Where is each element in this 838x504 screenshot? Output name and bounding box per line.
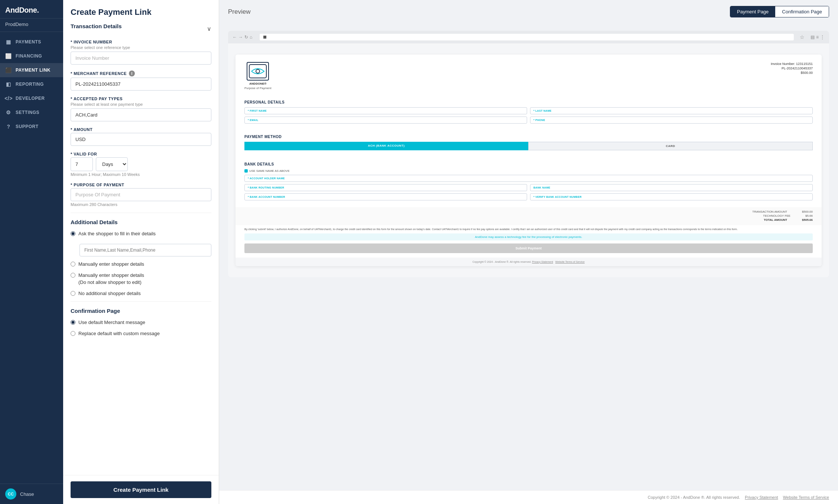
pf-phone-field: * PHONE bbox=[530, 117, 813, 124]
transaction-details-toggle[interactable]: Transaction Details ∨ bbox=[71, 23, 211, 35]
purpose-of-payment-input[interactable] bbox=[71, 188, 211, 201]
star-icon[interactable]: ☆ bbox=[800, 34, 805, 40]
sidebar-item-developer[interactable]: </> DEVELOPER bbox=[0, 91, 63, 105]
browser-forward-icon[interactable]: → bbox=[238, 35, 243, 40]
preview-tabs: Payment Page Confirmation Page bbox=[730, 6, 829, 17]
radio-custom-message-input[interactable] bbox=[71, 331, 75, 336]
radio-default-message[interactable]: Use default Merchant message bbox=[71, 319, 211, 326]
pf-verify-account-field: * VERIFY BANK ACCOUNT NUMBER bbox=[530, 193, 813, 200]
sidebar-user: ProdDemo bbox=[0, 19, 63, 32]
sidebar-item-payment-link[interactable]: ⬛ PAYMENT LINK bbox=[0, 63, 63, 77]
invoice-number-sublabel: Please select one reference type bbox=[71, 45, 211, 50]
pf-totals: TRANSACTION AMOUNT $500.00 TECHNOLOGY FE… bbox=[236, 207, 822, 225]
radio-ask-shopper-input[interactable] bbox=[71, 231, 75, 236]
radio-manually-enter[interactable]: Manually enter shopper details bbox=[71, 261, 211, 268]
tab-confirmation-page[interactable]: Confirmation Page bbox=[775, 6, 829, 17]
footer-terms-link[interactable]: Website Terms of Service bbox=[783, 495, 829, 500]
user-name: ProdDemo bbox=[5, 22, 28, 27]
radio-no-details-input[interactable] bbox=[71, 291, 75, 296]
sidebar-item-settings[interactable]: ⚙ SETTINGS bbox=[0, 105, 63, 120]
sidebar-item-financing[interactable]: ⬜ FINANCING bbox=[0, 49, 63, 63]
sidebar-item-label-payment-link: PAYMENT LINK bbox=[16, 68, 51, 73]
pf-transaction-amount-row: TRANSACTION AMOUNT $500.00 bbox=[244, 210, 813, 213]
pf-payment-method-section: Payment Method ACH (BANK ACCOUNT) CARD bbox=[236, 130, 822, 158]
merchant-reference-input[interactable] bbox=[71, 78, 211, 91]
radio-manually-enter-input[interactable] bbox=[71, 262, 75, 266]
amount-input[interactable] bbox=[71, 133, 211, 146]
support-icon: ? bbox=[5, 123, 12, 130]
confirmation-section-title: Confirmation Page bbox=[71, 308, 211, 314]
pf-routing-field: * BANK ROUTING NUMBER bbox=[244, 184, 527, 191]
payments-icon: ▦ bbox=[5, 39, 12, 45]
pf-routing-row: * BANK ROUTING NUMBER BANK NAME bbox=[244, 184, 813, 191]
sidebar-item-label-financing: FINANCING bbox=[16, 53, 42, 59]
bookmark-icon[interactable]: ▤ bbox=[811, 35, 815, 40]
purpose-of-payment-group: * PURPOSE OF PAYMENT Maximum 280 Charact… bbox=[71, 183, 211, 207]
valid-for-label: * VALID FOR bbox=[71, 152, 211, 156]
browser-icons: ▤ ≡ ⋮ bbox=[811, 35, 825, 40]
pf-invoice-info: Invoice Number: 123115151 PL-20242110045… bbox=[771, 62, 813, 75]
browser-home-icon[interactable]: ⌂ bbox=[250, 35, 252, 40]
valid-for-hint: Minimum 1 Hour; Maximum 10 Weeks bbox=[71, 172, 211, 177]
merchant-reference-label: * MERCHANT REFERENCE i bbox=[71, 71, 211, 76]
svg-point-1 bbox=[256, 69, 260, 73]
sidebar-item-reporting[interactable]: ◧ REPORTING bbox=[0, 77, 63, 91]
accepted-pay-types-sublabel: Please select at least one payment type bbox=[71, 102, 211, 107]
pf-tech-fee-notice: AndDone may assess a technology fee for … bbox=[244, 233, 813, 240]
accepted-pay-types-input[interactable] bbox=[71, 108, 211, 121]
developer-icon: </> bbox=[5, 95, 12, 102]
form-panel-header: Create Payment Link bbox=[63, 0, 219, 23]
sidebar-nav: ▦ PAYMENTS ⬜ FINANCING ⬛ PAYMENT LINK ◧ … bbox=[0, 32, 63, 484]
browser-chrome: ← → ↻ ⌂ ☆ ▤ ≡ ⋮ bbox=[228, 31, 829, 43]
menu-icon[interactable]: ≡ bbox=[816, 35, 819, 40]
preview-title: Preview bbox=[228, 8, 250, 16]
logo-text: AndDone. bbox=[5, 6, 58, 14]
radio-manually-no-edit-input[interactable] bbox=[71, 273, 75, 278]
footer-privacy-link[interactable]: Privacy Statement bbox=[745, 495, 778, 500]
pf-terms-link[interactable]: Website Terms of Service bbox=[555, 261, 585, 263]
browser-nav: ← → ↻ ⌂ bbox=[233, 35, 252, 40]
radio-manually-enter-label: Manually enter shopper details bbox=[78, 261, 144, 268]
pf-pay-method: ACH (BANK ACCOUNT) CARD bbox=[244, 142, 813, 150]
amount-group: * AMOUNT bbox=[71, 127, 211, 146]
radio-ask-shopper[interactable]: Ask the shopper to fill in their details bbox=[71, 230, 211, 237]
pf-pl-number: PL-20242110045337 bbox=[771, 66, 813, 70]
browser-reload-icon[interactable]: ↻ bbox=[244, 35, 248, 40]
tab-payment-page[interactable]: Payment Page bbox=[730, 6, 775, 17]
radio-no-details[interactable]: No additional shopper details bbox=[71, 290, 211, 297]
preview-content: ← → ↻ ⌂ ☆ ▤ ≡ ⋮ bbox=[219, 23, 838, 490]
radio-manually-no-edit-sublabel: (Do not allow shopper to edit) bbox=[78, 279, 144, 286]
shopper-fields-input[interactable] bbox=[79, 244, 211, 256]
pf-account-holder-row: * ACCOUNT HOLDER NAME bbox=[244, 175, 813, 182]
preview-form-inner: ANDDONE® Purpose of Payment Invoice Numb… bbox=[236, 55, 822, 266]
valid-for-input[interactable] bbox=[71, 157, 93, 171]
invoice-number-input[interactable] bbox=[71, 52, 211, 65]
radio-manually-no-edit[interactable]: Manually enter shopper details (Do not a… bbox=[71, 272, 211, 285]
pf-logo: ANDDONE® Purpose of Payment bbox=[244, 62, 271, 90]
merchant-reference-info-icon[interactable]: i bbox=[129, 71, 135, 76]
sidebar-item-label-settings: SETTINGS bbox=[16, 110, 39, 115]
page-title: Create Payment Link bbox=[71, 7, 211, 17]
footer-copyright: Copyright © 2024 - AndDone ®. All rights… bbox=[648, 495, 740, 500]
pf-technology-fee-row: TECHNOLOGY FEE $5.66 bbox=[244, 214, 813, 217]
pf-personal-details-title: Personal Details bbox=[244, 100, 813, 104]
browser-back-icon[interactable]: ← bbox=[233, 35, 237, 40]
radio-default-message-input[interactable] bbox=[71, 320, 75, 325]
pf-privacy-link[interactable]: Privacy Statement bbox=[532, 261, 553, 263]
amount-label: * AMOUNT bbox=[71, 127, 211, 132]
merchant-reference-group: * MERCHANT REFERENCE i bbox=[71, 71, 211, 91]
create-payment-link-button[interactable]: Create Payment Link bbox=[71, 481, 211, 498]
sidebar-item-label-support: SUPPORT bbox=[16, 124, 39, 129]
sidebar-item-payments[interactable]: ▦ PAYMENTS bbox=[0, 35, 63, 49]
pf-ach-button[interactable]: ACH (BANK ACCOUNT) bbox=[244, 142, 528, 150]
sidebar-item-label-reporting: REPORTING bbox=[16, 82, 44, 87]
pf-contact-row: * EMAIL * PHONE bbox=[244, 117, 813, 124]
radio-custom-message[interactable]: Replace default with custom message bbox=[71, 330, 211, 337]
logo-brand: AndDone. bbox=[5, 6, 39, 14]
sidebar-item-support[interactable]: ? SUPPORT bbox=[0, 120, 63, 134]
pf-card-button[interactable]: CARD bbox=[528, 142, 813, 150]
pf-account-number-row: * BANK ACCOUNT NUMBER * VERIFY BANK ACCO… bbox=[244, 193, 813, 200]
additional-section-title: Additional Details bbox=[71, 219, 211, 225]
more-icon[interactable]: ⋮ bbox=[820, 35, 825, 40]
valid-for-unit-select[interactable]: Days Hours Weeks bbox=[96, 157, 128, 171]
